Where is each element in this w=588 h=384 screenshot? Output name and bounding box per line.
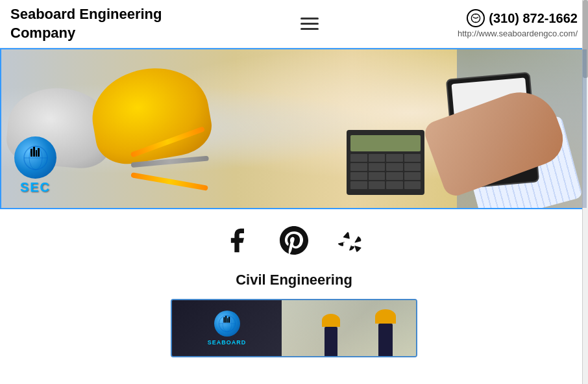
- worker-right: [375, 309, 396, 356]
- svg-rect-9: [38, 148, 40, 157]
- company-name: Seaboard Engineering Company: [10, 5, 162, 42]
- phone-text: (310) 872-1662: [489, 11, 578, 26]
- bottom-image-container: SEABOARD: [0, 299, 588, 364]
- sec-globe: [14, 136, 56, 179]
- sec-text: SEC: [20, 180, 51, 195]
- site-header: Seaboard Engineering Company (310) 872-1…: [0, 0, 588, 48]
- svg-rect-16: [228, 317, 230, 323]
- svg-rect-8: [36, 150, 37, 157]
- svg-rect-7: [33, 147, 35, 157]
- phone-number: (310) 872-1662: [458, 9, 578, 27]
- svg-rect-14: [225, 316, 227, 323]
- company-name-line2: Company: [10, 25, 75, 41]
- image-right-panel: [282, 300, 416, 356]
- sec-logo: SEC: [14, 136, 56, 195]
- pinterest-icon[interactable]: [278, 225, 310, 256]
- svg-rect-6: [31, 149, 32, 157]
- tools: [131, 149, 261, 188]
- svg-rect-13: [223, 317, 225, 322]
- bottom-sec-logo: [214, 311, 240, 337]
- civil-engineering-image: SEABOARD: [171, 299, 417, 357]
- bottom-seaboard-text: SEABOARD: [208, 339, 247, 346]
- image-left-panel: SEABOARD: [172, 300, 282, 356]
- yelp-icon[interactable]: [336, 225, 367, 256]
- section-title: Civil Engineering: [0, 272, 588, 288]
- website-url[interactable]: http://www.seaboardengco.com/: [458, 29, 578, 38]
- facebook-icon[interactable]: [221, 225, 252, 256]
- hamburger-menu[interactable]: [298, 15, 321, 32]
- hero-banner: SEC: [0, 48, 588, 209]
- phone-icon: [467, 9, 485, 27]
- calculator: [347, 130, 424, 195]
- header-contact: (310) 872-1662 http://www.seaboardengco.…: [458, 9, 578, 38]
- social-section: [0, 209, 588, 272]
- company-name-line1: Seaboard Engineering: [10, 6, 162, 22]
- worker-left: [322, 314, 340, 356]
- svg-rect-15: [227, 318, 228, 323]
